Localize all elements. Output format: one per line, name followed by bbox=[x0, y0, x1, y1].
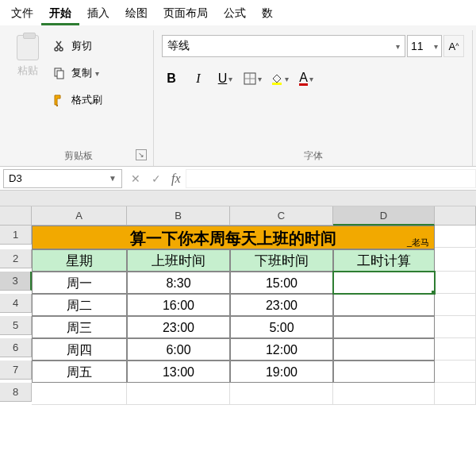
cell-D4[interactable] bbox=[333, 294, 435, 316]
cell-B3[interactable]: 8:30 bbox=[127, 272, 230, 294]
bold-button[interactable]: B bbox=[162, 71, 181, 86]
italic-button[interactable]: I bbox=[189, 71, 208, 86]
cell-C5[interactable]: 5:00 bbox=[230, 316, 333, 338]
title-text: 算一下你本周每天上班的时间 bbox=[130, 229, 336, 247]
row-header-8[interactable]: 8 bbox=[0, 383, 32, 402]
cell-A8[interactable] bbox=[32, 383, 127, 405]
increase-font-button[interactable]: A^ bbox=[443, 35, 464, 57]
ribbon: 粘贴 剪切 复制 ▾ bbox=[0, 25, 476, 167]
row-header-4[interactable]: 4 bbox=[0, 294, 32, 313]
name-box[interactable]: D3 ▼ bbox=[3, 169, 122, 188]
font-color-button[interactable]: A ▾ bbox=[297, 72, 316, 86]
ribbon-tabs: 文件 开始 插入 绘图 页面布局 公式 数 bbox=[0, 0, 476, 25]
underline-button[interactable]: U▾ bbox=[216, 71, 235, 86]
cell-C3[interactable]: 15:00 bbox=[230, 272, 333, 294]
fill-color-button[interactable]: ▾ bbox=[270, 72, 289, 85]
cell-C8[interactable] bbox=[230, 383, 333, 405]
cancel-formula-button[interactable]: ✕ bbox=[125, 172, 146, 185]
chevron-down-icon: ▼ bbox=[109, 174, 117, 183]
title-cell[interactable]: 算一下你本周每天上班的时间 _老马 bbox=[32, 226, 435, 249]
group-label-font: 字体 bbox=[159, 146, 467, 166]
format-painter-label: 格式刷 bbox=[71, 93, 102, 107]
chevron-down-icon: ▾ bbox=[285, 75, 289, 83]
cut-button[interactable]: 剪切 bbox=[51, 35, 102, 57]
cell-A7[interactable]: 周五 bbox=[32, 361, 127, 383]
fx-icon[interactable]: fx bbox=[167, 172, 186, 186]
cell-A6[interactable]: 周四 bbox=[32, 338, 127, 361]
cell-B4[interactable]: 16:00 bbox=[127, 294, 230, 316]
cell-E5[interactable] bbox=[435, 316, 476, 338]
name-box-value: D3 bbox=[9, 172, 22, 184]
cell-A5[interactable]: 周三 bbox=[32, 316, 127, 338]
font-size-select[interactable]: 11 ▾ bbox=[407, 35, 442, 57]
spreadsheet-grid[interactable]: A B C D 1 算一下你本周每天上班的时间 _老马 2 星期 上班时间 下班… bbox=[0, 206, 476, 405]
cell-E2[interactable] bbox=[435, 249, 476, 272]
svg-rect-3 bbox=[57, 71, 63, 79]
formula-input[interactable] bbox=[186, 169, 476, 188]
cell-D2[interactable]: 工时计算 bbox=[333, 249, 435, 272]
cell-C6[interactable]: 12:00 bbox=[230, 338, 333, 361]
tab-data[interactable]: 数 bbox=[254, 5, 281, 25]
svg-point-1 bbox=[60, 48, 63, 51]
cell-C2[interactable]: 下班时间 bbox=[230, 249, 333, 272]
chevron-down-icon: ▾ bbox=[95, 69, 99, 78]
borders-button[interactable]: ▾ bbox=[243, 72, 262, 85]
cell-B5[interactable]: 23:00 bbox=[127, 316, 230, 338]
cell-A4[interactable]: 周二 bbox=[32, 294, 127, 316]
tab-page-layout[interactable]: 页面布局 bbox=[155, 5, 216, 25]
col-header-B[interactable]: B bbox=[127, 206, 230, 226]
row-header-3[interactable]: 3 bbox=[0, 272, 32, 291]
tab-formulas[interactable]: 公式 bbox=[216, 5, 254, 25]
row-header-1[interactable]: 1 bbox=[0, 226, 32, 245]
dialog-launcher-icon[interactable]: ↘ bbox=[136, 149, 147, 160]
cell-D7[interactable] bbox=[333, 361, 435, 383]
cell-B8[interactable] bbox=[127, 383, 230, 405]
chevron-down-icon: ▾ bbox=[228, 75, 232, 83]
tab-draw[interactable]: 绘图 bbox=[117, 5, 155, 25]
col-header-E[interactable] bbox=[435, 206, 476, 226]
cell-E1[interactable] bbox=[435, 226, 476, 248]
col-header-C[interactable]: C bbox=[230, 206, 333, 226]
chevron-down-icon: ▾ bbox=[258, 75, 262, 83]
col-header-D[interactable]: D bbox=[333, 206, 435, 226]
cell-B6[interactable]: 6:00 bbox=[127, 338, 230, 361]
row-header-5[interactable]: 5 bbox=[0, 316, 32, 335]
cell-E4[interactable] bbox=[435, 294, 476, 316]
copy-icon bbox=[51, 67, 68, 79]
font-color-icon: A bbox=[299, 72, 308, 86]
cell-E3[interactable] bbox=[435, 272, 476, 294]
cell-A3[interactable]: 周一 bbox=[32, 272, 127, 294]
paintbrush-icon bbox=[51, 93, 68, 107]
tab-file[interactable]: 文件 bbox=[3, 5, 41, 25]
cell-B7[interactable]: 13:00 bbox=[127, 361, 230, 383]
format-painter-button[interactable]: 格式刷 bbox=[51, 89, 102, 111]
cell-E6[interactable] bbox=[435, 338, 476, 361]
cell-C4[interactable]: 23:00 bbox=[230, 294, 333, 316]
cell-D5[interactable] bbox=[333, 316, 435, 338]
cell-D8[interactable] bbox=[333, 383, 435, 405]
font-size-value: 11 bbox=[411, 40, 424, 52]
cell-D6[interactable] bbox=[333, 338, 435, 361]
select-all-corner[interactable] bbox=[0, 206, 32, 226]
col-header-A[interactable]: A bbox=[32, 206, 127, 226]
cell-C7[interactable]: 19:00 bbox=[230, 361, 333, 383]
cell-E8[interactable] bbox=[435, 383, 476, 405]
copy-button[interactable]: 复制 ▾ bbox=[51, 62, 102, 84]
paste-label: 粘贴 bbox=[17, 64, 38, 78]
bucket-icon bbox=[271, 72, 283, 85]
cell-B2[interactable]: 上班时间 bbox=[127, 249, 230, 272]
paste-button[interactable]: 粘贴 bbox=[8, 30, 48, 146]
row-header-2[interactable]: 2 bbox=[0, 249, 32, 268]
tab-home[interactable]: 开始 bbox=[41, 5, 79, 25]
title-subtext: _老马 bbox=[407, 237, 429, 247]
row-header-7[interactable]: 7 bbox=[0, 361, 32, 380]
cell-D3-selected[interactable] bbox=[333, 272, 435, 294]
tab-insert[interactable]: 插入 bbox=[79, 5, 117, 25]
row-header-6[interactable]: 6 bbox=[0, 338, 32, 357]
cell-A2[interactable]: 星期 bbox=[32, 249, 127, 272]
cell-E7[interactable] bbox=[435, 361, 476, 383]
border-icon bbox=[244, 72, 256, 85]
cut-label: 剪切 bbox=[71, 39, 92, 53]
font-name-select[interactable]: 等线 ▾ bbox=[162, 35, 405, 57]
enter-formula-button[interactable]: ✓ bbox=[146, 172, 167, 185]
